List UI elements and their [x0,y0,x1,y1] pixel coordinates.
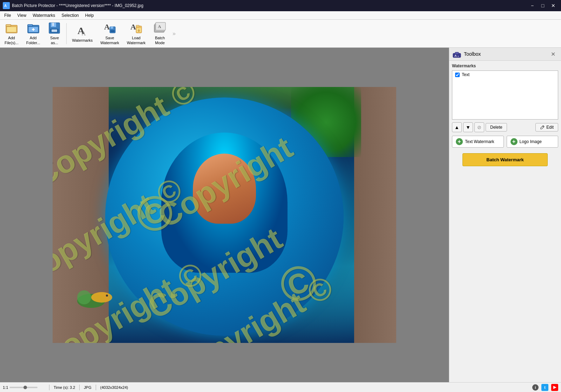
zoom-knob[interactable] [23,386,27,389]
time-label: Time (s): 3.2 [54,385,75,390]
add-files-button[interactable]: AddFile(s)... [1,21,22,46]
format-label: JPG [84,385,91,390]
menu-watermarks[interactable]: Watermarks [30,12,58,19]
twitter-icon[interactable]: t [541,384,548,391]
toolbar-more-button[interactable]: » [173,31,176,37]
toolbox-icon: A a [453,50,461,58]
batch-mode-button[interactable]: A BatchMode [150,21,170,46]
edit-icon [540,125,545,130]
status-time: Time (s): 3.2 [54,385,75,390]
save-icon [48,22,61,34]
watermark-text-checkbox[interactable] [455,73,460,77]
move-down-icon: ▼ [466,124,471,130]
status-divider-2 [79,385,80,390]
svg-point-32 [91,292,112,303]
menu-help[interactable]: Help [82,12,97,19]
svg-rect-3 [6,25,11,26]
svg-text:A: A [454,54,457,58]
add-text-watermark-button[interactable]: + Text Watermark [452,136,504,148]
watermarks-button[interactable]: A A Watermarks [69,21,96,46]
status-right: i t ▶ [532,384,558,391]
toolbox: A a Toolbox ✕ Watermarks Text ▲ [449,48,561,382]
delete-button[interactable]: Delete [486,123,507,131]
image-container: Copyright © Copyright Copyright © Copyri… [0,48,449,382]
folder-add-icon [27,22,40,34]
svg-rect-4 [7,27,16,32]
svg-rect-14 [52,29,57,32]
svg-rect-23 [136,25,139,27]
toolbar-separator-1 [66,23,67,44]
toolbox-title-area: A a Toolbox [453,50,481,58]
minimize-button[interactable]: − [527,1,537,11]
svg-text:A: A [4,4,7,8]
zoom-label: 1:1 [3,385,8,390]
menu-bar: File View Watermarks Selection Help [0,11,561,20]
move-up-icon: ▲ [454,124,459,130]
save-watermark-button[interactable]: A SaveWatermark [97,21,122,46]
save-wm-icon: A [103,22,116,34]
app-icon: A [3,2,10,9]
add-logo-image-button[interactable]: + Logo Image [507,136,559,148]
load-watermark-label: LoadWatermark [127,36,146,45]
text-wm-icon: A A [76,24,89,37]
batch-icon: A [154,22,166,34]
add-text-watermark-label: Text Watermark [465,139,494,144]
status-zoom: 1:1 [3,385,45,390]
title-bar-left: A Batch Picture Protector - ****Unregist… [3,2,143,9]
menu-selection[interactable]: Selection [59,12,81,19]
wm-action-bar: ▲ ▼ ⊘ Delete Edit [452,122,558,132]
toolbox-header: A a Toolbox ✕ [449,48,561,61]
title-bar: A Batch Picture Protector - ****Unregist… [0,0,561,11]
title-bar-controls[interactable]: − □ ✕ [527,1,558,11]
add-files-label: AddFile(s)... [5,36,19,45]
maximize-button[interactable]: □ [538,1,548,11]
plus-circle-logo: + [511,138,518,145]
move-down-button[interactable]: ▼ [463,122,473,132]
svg-line-38 [543,126,544,127]
fish-element [74,280,116,315]
girl-face [193,154,256,224]
watermarks-list: Text [452,70,558,120]
svg-text:A: A [158,24,161,29]
save-as-label: Saveas... [50,36,59,45]
add-folder-label: AddFolder... [26,36,40,45]
disable-icon: ⊘ [477,124,481,130]
svg-rect-20 [110,30,115,32]
disable-button[interactable]: ⊘ [474,122,484,132]
window-title: Batch Picture Protector - ****Unregister… [12,3,143,8]
toolbar: AddFile(s)... AddFolder... Saveas... [0,20,561,48]
batch-watermark-button[interactable]: Batch Watermark [462,153,547,166]
watermark-list-item[interactable]: Text [452,71,558,79]
status-format: JPG [84,385,91,390]
svg-text:A: A [130,22,136,31]
main-layout: Copyright © Copyright Copyright © Copyri… [0,48,561,382]
info-icon[interactable]: i [532,384,539,391]
save-watermark-label: SaveWatermark [100,36,119,45]
plus-circle-text: + [456,138,463,145]
move-up-button[interactable]: ▲ [452,122,462,132]
youtube-icon[interactable]: ▶ [551,384,558,391]
svg-rect-6 [28,25,33,26]
svg-text:A: A [82,31,86,36]
menu-file[interactable]: File [1,12,14,19]
zoom-slider[interactable] [9,387,38,388]
wm-add-row: + Text Watermark + Logo Image [452,136,558,148]
edit-button[interactable]: Edit [535,123,558,131]
toolbox-title: Toolbox [464,51,481,57]
batch-mode-label: BatchMode [155,36,165,45]
menu-view[interactable]: View [14,12,29,19]
canvas-area: Copyright © Copyright Copyright © Copyri… [0,48,449,382]
status-divider-1 [49,385,49,390]
watermarks-section: Watermarks Text ▲ ▼ ⊘ Delete [449,61,561,382]
add-folder-button[interactable]: AddFolder... [23,21,43,46]
close-button[interactable]: ✕ [548,1,558,11]
dimensions-label: (4032x3024x24) [100,385,128,390]
svg-point-31 [77,290,91,304]
girl-figure [154,133,295,343]
svg-text:A: A [104,22,110,31]
save-as-button[interactable]: Saveas... [45,21,64,46]
status-dimensions: (4032x3024x24) [100,385,128,390]
toolbox-close-button[interactable]: ✕ [549,50,557,58]
load-watermark-button[interactable]: A LoadWatermark [124,21,149,46]
svg-rect-12 [52,23,54,26]
